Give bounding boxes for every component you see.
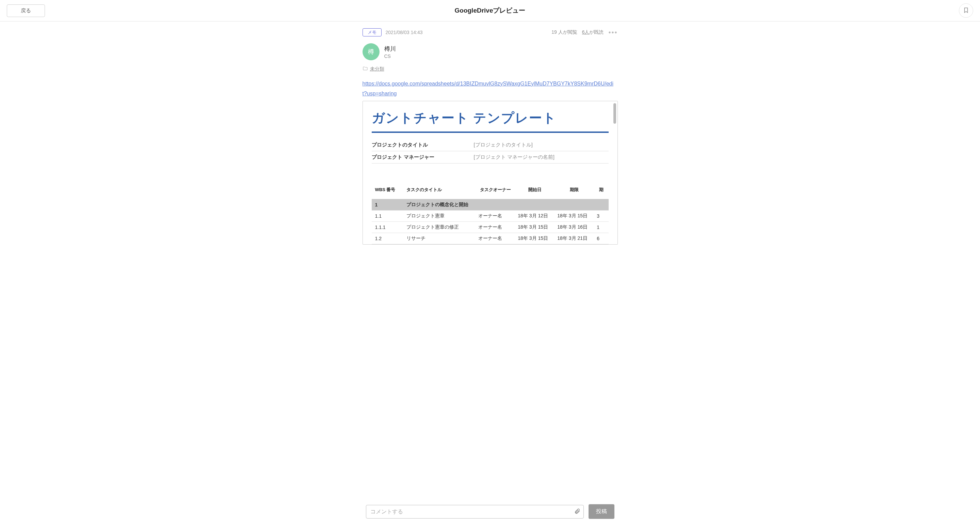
content-area: メモ 2021/08/03 14:43 19 人が閲覧 6人が既読 ••• 樽 … xyxy=(359,21,621,279)
field-value: [プロジェクトのタイトル] xyxy=(474,142,533,148)
preview-scrollbar[interactable] xyxy=(613,103,616,124)
table-header-cell: 開始日 xyxy=(515,180,555,199)
cell-title: プロジェクトの概念化と開始 xyxy=(404,199,608,210)
fields-container: プロジェクトのタイトル[プロジェクトのタイトル]プロジェクト マネージャー[プロ… xyxy=(372,139,609,164)
category-link[interactable]: 未分類 xyxy=(370,66,384,72)
table-header-row: WBS 番号タスクのタイトルタスクオーナー開始日期限期 xyxy=(372,180,609,199)
category-row: 未分類 xyxy=(363,66,618,72)
cell-wbs: 1.1 xyxy=(372,210,404,222)
field-label: プロジェクトのタイトル xyxy=(372,142,474,148)
bookmark-button[interactable] xyxy=(959,3,973,18)
folder-icon xyxy=(363,66,368,72)
bookmark-icon xyxy=(963,7,969,14)
more-button[interactable]: ••• xyxy=(608,29,617,37)
field-row: プロジェクトのタイトル[プロジェクトのタイトル] xyxy=(372,139,609,151)
table-header-cell: WBS 番号 xyxy=(372,180,404,199)
table-row: 1.1.1プロジェクト憲章の修正オーナー名18年 3月 15日18年 3月 16… xyxy=(372,222,609,233)
cell-title: プロジェクト憲章の修正 xyxy=(404,222,476,233)
cell-owner: オーナー名 xyxy=(476,210,515,222)
author-row: 樽 樽川 CS xyxy=(363,43,618,60)
table-header-cell: タスクのタイトル xyxy=(404,180,476,199)
page-title: GoogleDriveプレビュー xyxy=(455,6,526,15)
sheet-title: ガントチャート テンプレート xyxy=(372,109,609,133)
table-header-cell: タスクオーナー xyxy=(476,180,515,199)
author-name: 樽川 xyxy=(384,45,396,53)
cell-title: リサーチ xyxy=(404,233,476,244)
author-dept: CS xyxy=(384,53,396,59)
cell-owner: オーナー名 xyxy=(476,233,515,244)
view-count: 19 人が閲覧 xyxy=(552,29,577,35)
avatar[interactable]: 樽 xyxy=(363,43,380,60)
read-link[interactable]: 6人 xyxy=(582,29,590,35)
cell-title: プロジェクト憲章 xyxy=(404,210,476,222)
cell-start: 18年 3月 15日 xyxy=(515,233,555,244)
read-suffix: が既読 xyxy=(589,29,603,35)
field-label: プロジェクト マネージャー xyxy=(372,154,474,160)
table-wrap: WBS 番号タスクのタイトルタスクオーナー開始日期限期 1プロジェクトの概念化と… xyxy=(372,180,609,244)
meta-right: 19 人が閲覧 6人が既読 ••• xyxy=(552,29,617,37)
table-row: 1プロジェクトの概念化と開始 xyxy=(372,199,609,210)
cell-end: 18年 3月 21日 xyxy=(555,233,594,244)
field-value: [プロジェクト マネージャーの名前] xyxy=(474,154,555,160)
timestamp: 2021/08/03 14:43 xyxy=(386,30,423,35)
cell-end: 18年 3月 16日 xyxy=(555,222,594,233)
gantt-table: WBS 番号タスクのタイトルタスクオーナー開始日期限期 1プロジェクトの概念化と… xyxy=(372,180,609,244)
table-header-cell: 期 xyxy=(594,180,608,199)
meta-row: メモ 2021/08/03 14:43 19 人が閲覧 6人が既読 ••• xyxy=(363,28,618,37)
table-row: 1.2リサーチオーナー名18年 3月 15日18年 3月 21日6 xyxy=(372,233,609,244)
table-header-cell: 期限 xyxy=(555,180,594,199)
cell-end: 18年 3月 15日 xyxy=(555,210,594,222)
document-link[interactable]: https://docs.google.com/spreadsheets/d/1… xyxy=(363,79,618,99)
author-info: 樽川 CS xyxy=(384,45,396,59)
table-row: 1.1プロジェクト憲章オーナー名18年 3月 12日18年 3月 15日3 xyxy=(372,210,609,222)
cell-start: 18年 3月 15日 xyxy=(515,222,555,233)
app-header: 戻る GoogleDriveプレビュー xyxy=(0,0,980,21)
read-count: 6人が既読 xyxy=(582,29,604,35)
preview-inner: ガントチャート テンプレート プロジェクトのタイトル[プロジェクトのタイトル]プ… xyxy=(363,101,617,244)
preview-frame: ガントチャート テンプレート プロジェクトのタイトル[プロジェクトのタイトル]プ… xyxy=(363,101,618,245)
cell-last: 6 xyxy=(594,233,608,244)
table-body: 1プロジェクトの概念化と開始1.1プロジェクト憲章オーナー名18年 3月 12日… xyxy=(372,199,609,244)
cell-last: 1 xyxy=(594,222,608,233)
cell-wbs: 1.1.1 xyxy=(372,222,404,233)
cell-owner: オーナー名 xyxy=(476,222,515,233)
cell-wbs: 1.2 xyxy=(372,233,404,244)
field-row: プロジェクト マネージャー[プロジェクト マネージャーの名前] xyxy=(372,151,609,164)
cell-last: 3 xyxy=(594,210,608,222)
meta-left: メモ 2021/08/03 14:43 xyxy=(363,28,423,37)
cell-start: 18年 3月 12日 xyxy=(515,210,555,222)
memo-badge: メモ xyxy=(363,28,382,37)
back-button[interactable]: 戻る xyxy=(7,5,45,17)
cell-wbs: 1 xyxy=(372,199,404,210)
